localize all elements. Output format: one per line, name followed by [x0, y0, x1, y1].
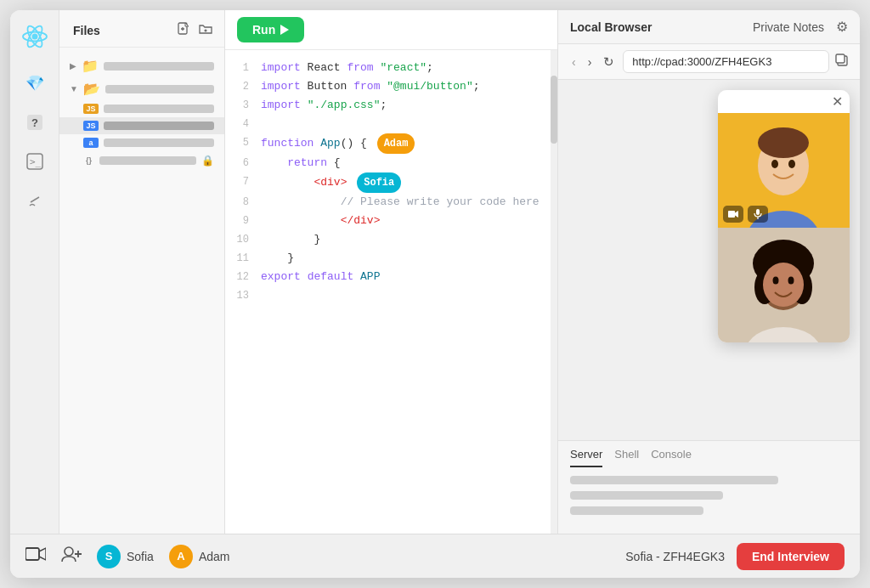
code-line-9: 9 </div>	[225, 212, 557, 230]
code-line-4: 4	[225, 115, 557, 133]
private-notes-link[interactable]: Private Notes	[753, 20, 824, 34]
code-line-1: 1 import React from "react";	[225, 59, 557, 77]
tab-console[interactable]: Console	[651, 448, 692, 467]
editor-area: Run 1 import React from "react"; 2 impor…	[225, 10, 558, 534]
video-close-bar: ✕	[718, 90, 850, 113]
code-line-5: 5 function App() { Adam	[225, 133, 557, 154]
react-logo[interactable]	[19, 20, 51, 53]
camera-button[interactable]	[25, 546, 46, 566]
js-badge-blue: JS	[83, 121, 99, 131]
code-line-7: 7 <div> Sofia	[225, 172, 557, 193]
file-panel-header: Files	[59, 10, 224, 48]
svg-text:?: ?	[31, 116, 38, 129]
file-label-js1	[104, 105, 214, 113]
file-item-js2[interactable]: JS	[59, 117, 224, 134]
file-tree: ▶ 📁 ▼ 📂 JS JS	[59, 48, 224, 534]
js-badge: JS	[83, 104, 99, 114]
scrollbar-track[interactable]	[551, 50, 557, 534]
gem-icon-btn[interactable]: 💎	[20, 68, 50, 99]
add-user-button[interactable]	[61, 546, 82, 567]
bottom-tabs: Server Shell Console	[558, 440, 860, 534]
browser-content: ✕	[558, 80, 860, 440]
terminal-output	[558, 467, 860, 534]
code-body[interactable]: 1 import React from "react"; 2 import Bu…	[225, 50, 557, 534]
url-bar: ‹ › ↻	[558, 44, 860, 80]
code-line-3: 3 import "./app.css";	[225, 96, 557, 115]
tab-shell[interactable]: Shell	[614, 448, 639, 467]
svg-point-20	[771, 160, 778, 168]
folder-item-1[interactable]: ▶ 📁	[59, 54, 224, 77]
svg-point-32	[773, 277, 779, 285]
terminal-line-1	[570, 476, 778, 484]
video-mic-btn[interactable]	[748, 206, 768, 223]
copy-url-button[interactable]	[834, 53, 850, 71]
new-file-btn[interactable]	[175, 20, 192, 40]
svg-text:>_: >_	[30, 156, 42, 167]
browser-title: Local Browser	[570, 20, 652, 34]
file-panel-actions	[175, 20, 214, 40]
code-line-13: 13	[225, 286, 557, 305]
svg-line-8	[31, 197, 39, 202]
forward-button[interactable]: ›	[585, 54, 596, 71]
right-panel: Local Browser Private Notes ⚙ ‹ › ↻	[558, 10, 860, 534]
adam-badge: Adam	[377, 133, 415, 154]
status-bar: S Sofia A Adam Sofia - ZFH4EGK3 End Inte…	[10, 534, 860, 578]
svg-rect-23	[756, 209, 760, 215]
file-item-css[interactable]: a	[59, 134, 224, 151]
file-label-json	[99, 156, 196, 165]
tab-bar: Server Shell Console	[558, 441, 860, 467]
gear-button[interactable]: ⚙	[836, 19, 848, 35]
tab-server[interactable]: Server	[570, 448, 602, 467]
terminal-line-2	[570, 491, 723, 500]
file-item-json[interactable]: {} 🔒	[59, 151, 224, 170]
video-controls-man	[723, 206, 768, 223]
video-overlay: ✕	[718, 90, 850, 342]
play-icon	[280, 25, 289, 35]
adam-name: Adam	[199, 550, 230, 563]
terminal-line-3	[570, 506, 703, 515]
arrow-icon: ▼	[70, 84, 78, 93]
json-badge: {}	[83, 155, 94, 166]
run-button[interactable]: Run	[237, 17, 304, 42]
browser-header-right: Private Notes ⚙	[753, 19, 848, 35]
new-folder-btn[interactable]	[197, 20, 214, 40]
video-cam-btn[interactable]	[723, 206, 743, 223]
folder-label-2	[105, 85, 214, 93]
sofia-avatar-svg	[718, 228, 850, 342]
session-label: Sofia - ZFH4EGK3	[625, 550, 725, 563]
status-right: Sofia - ZFH4EGK3 End Interview	[625, 543, 845, 570]
svg-point-33	[788, 277, 794, 285]
code-line-6: 6 return {	[225, 154, 557, 172]
svg-point-31	[763, 263, 804, 307]
app-window: 💎 ? >_ F	[10, 10, 860, 578]
main-content: 💎 ? >_ F	[10, 10, 860, 534]
refresh-button[interactable]: ↻	[600, 53, 618, 71]
folder-label	[104, 62, 214, 71]
file-item-js1[interactable]: JS	[59, 100, 224, 117]
lock-icon: 🔒	[201, 155, 214, 167]
url-input[interactable]	[623, 50, 829, 73]
svg-point-19	[758, 127, 809, 158]
svg-point-21	[788, 160, 795, 168]
sofia-badge: Sofia	[357, 172, 401, 193]
arrow-icon: ▶	[70, 61, 76, 71]
quiz-icon-btn[interactable]: ?	[20, 107, 50, 138]
back-button[interactable]: ‹	[568, 54, 579, 71]
sofia-name: Sofia	[127, 550, 154, 563]
browser-header: Local Browser Private Notes ⚙	[558, 10, 860, 44]
code-line-10: 10 }	[225, 230, 557, 249]
sofia-avatar: S	[97, 545, 121, 568]
css-badge: a	[83, 138, 99, 148]
terminal-icon-btn[interactable]: >_	[20, 146, 50, 177]
folder-item-2[interactable]: ▼ 📂	[59, 77, 224, 100]
user-pill-sofia[interactable]: S Sofia	[97, 545, 154, 568]
video-tile-man	[718, 113, 850, 228]
video-close-button[interactable]: ✕	[832, 93, 843, 110]
end-interview-button[interactable]: End Interview	[737, 543, 845, 570]
user-pill-adam[interactable]: A Adam	[169, 545, 230, 568]
editor-toolbar: Run	[225, 10, 557, 50]
svg-point-0	[31, 34, 37, 40]
notes-icon-btn[interactable]	[20, 185, 50, 216]
code-line-12: 12 export default APP	[225, 268, 557, 286]
file-label-css	[104, 139, 214, 147]
